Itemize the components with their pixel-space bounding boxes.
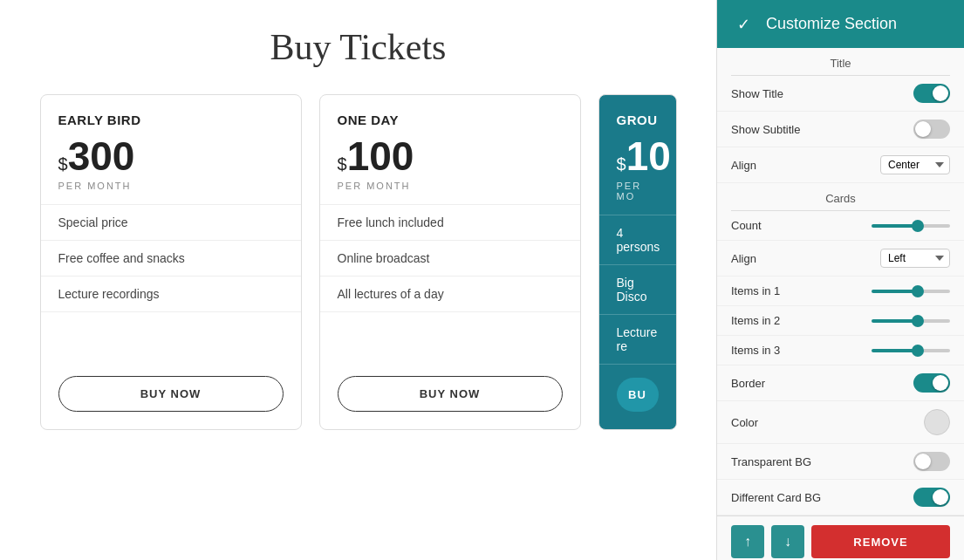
align-select[interactable]: Center Left Right	[880, 155, 950, 174]
feature-item: Free lunch included	[320, 205, 580, 241]
cards-align-label: Align	[731, 252, 756, 265]
buy-now-button-group[interactable]: BU	[617, 378, 659, 412]
color-label: Color	[731, 416, 758, 429]
different-card-bg-toggle[interactable]	[913, 488, 950, 507]
border-label: Border	[731, 377, 765, 390]
right-panel: ✓ Customize Section Title Show Title Sho…	[716, 0, 964, 560]
show-subtitle-slider	[913, 120, 950, 139]
cards-container: EARLY BIRD $ 300 PER MONTH Special price…	[17, 94, 699, 430]
transparent-bg-label: Transparent BG	[731, 455, 811, 468]
items-in-3-slider[interactable]	[872, 349, 950, 352]
color-row: Color	[717, 401, 964, 444]
one-day-card: ONE DAY $ 100 PER MONTH Free lunch inclu…	[319, 94, 581, 430]
panel-footer: ↑ ↓ REMOVE	[717, 516, 964, 560]
align-label: Align	[731, 159, 756, 172]
check-icon: ✓	[731, 12, 755, 37]
cards-align-row: Align Left Center Right	[717, 241, 964, 277]
show-subtitle-label: Show Subtitle	[731, 123, 801, 136]
cards-section-label: Cards	[731, 183, 950, 211]
feature-item: Lecture recordings	[41, 277, 301, 312]
buy-now-button-early-bird[interactable]: BUY NOW	[58, 376, 284, 412]
title-section: Title Show Title Show Subtitle Align Cen…	[717, 48, 964, 183]
buy-btn-group: BU	[617, 365, 659, 412]
buy-btn-one-day: BUY NOW	[338, 363, 563, 412]
early-bird-card: EARLY BIRD $ 300 PER MONTH Special price…	[40, 94, 302, 430]
different-card-bg-slider	[913, 488, 950, 507]
items-in-3-label: Items in 3	[731, 344, 780, 357]
items-in-1-label: Items in 1	[731, 284, 780, 297]
move-up-button[interactable]: ↑	[731, 525, 764, 558]
transparent-bg-toggle[interactable]	[913, 452, 950, 471]
card-title-early-bird: EARLY BIRD	[58, 113, 284, 127]
price-row-group: $ 10	[617, 136, 659, 176]
price-row-one-day: $ 100	[338, 136, 563, 176]
feature-item: Online broadcast	[320, 241, 580, 277]
show-title-toggle[interactable]	[913, 84, 950, 103]
show-title-label: Show Title	[731, 87, 783, 100]
show-title-row: Show Title	[717, 76, 964, 112]
feature-item: All lectures of a day	[320, 277, 580, 312]
different-card-bg-label: Different Card BG	[731, 491, 821, 504]
feature-list-early-bird: Special price Free coffee and snacks Lec…	[41, 205, 301, 312]
items-in-2-row: Items in 2	[717, 306, 964, 336]
price-dollar-one-day: $	[338, 154, 347, 174]
price-amount-one-day: 100	[347, 136, 414, 176]
transparent-bg-row: Transparent BG	[717, 444, 964, 480]
title-section-label: Title	[731, 48, 950, 76]
price-amount-early-bird: 300	[68, 136, 135, 176]
align-row: Align Center Left Right	[717, 147, 964, 183]
cards-align-select[interactable]: Left Center Right	[880, 249, 950, 268]
price-amount-group: 10	[626, 136, 671, 176]
color-picker[interactable]	[924, 409, 950, 435]
buy-btn-early-bird: BUY NOW	[58, 363, 284, 412]
buy-now-button-one-day[interactable]: BUY NOW	[338, 376, 563, 412]
items-in-2-label: Items in 2	[731, 314, 780, 327]
items-in-1-slider[interactable]	[872, 290, 950, 293]
items-in-3-row: Items in 3	[717, 336, 964, 365]
panel-header: ✓ Customize Section	[717, 0, 964, 48]
group-card: GROU $ 10 PER MO 4 persons Big Disco Lec…	[598, 94, 677, 430]
show-subtitle-toggle[interactable]	[913, 120, 950, 139]
move-down-button[interactable]: ↓	[771, 525, 804, 558]
feature-item: Free coffee and snacks	[41, 241, 301, 277]
cards-section: Cards Count Align Left Center Right Item…	[717, 183, 964, 516]
price-dollar-early-bird: $	[58, 154, 68, 174]
price-period-group: PER MO	[617, 181, 659, 201]
feature-item: Big Disco	[599, 265, 676, 315]
remove-button[interactable]: REMOVE	[811, 525, 950, 558]
panel-title: Customize Section	[766, 15, 897, 33]
show-title-slider	[913, 84, 950, 103]
feature-list-one-day: Free lunch included Online broadcast All…	[320, 205, 580, 312]
items-in-2-slider[interactable]	[872, 319, 950, 323]
border-slider	[913, 373, 950, 393]
card-title-one-day: ONE DAY	[338, 113, 563, 127]
page-title: Buy Tickets	[270, 26, 447, 68]
main-content: Buy Tickets EARLY BIRD $ 300 PER MONTH S…	[0, 0, 716, 560]
feature-list-group: 4 persons Big Disco Lecture re	[599, 215, 676, 365]
price-period-early-bird: PER MONTH	[58, 181, 284, 191]
feature-item: Special price	[41, 205, 301, 241]
show-subtitle-row: Show Subtitle	[717, 112, 964, 147]
feature-item: Lecture re	[599, 315, 676, 365]
items-in-1-row: Items in 1	[717, 277, 964, 306]
border-toggle[interactable]	[913, 373, 950, 393]
card-title-group: GROU	[617, 113, 659, 127]
price-dollar-group: $	[617, 154, 626, 174]
price-period-one-day: PER MONTH	[338, 181, 563, 191]
count-slider[interactable]	[872, 224, 950, 228]
count-label: Count	[731, 219, 762, 232]
different-card-bg-row: Different Card BG	[717, 480, 964, 516]
feature-item: 4 persons	[599, 215, 676, 265]
transparent-bg-slider	[913, 452, 950, 471]
border-row: Border	[717, 365, 964, 401]
count-row: Count	[717, 211, 964, 241]
price-row-early-bird: $ 300	[58, 136, 284, 176]
